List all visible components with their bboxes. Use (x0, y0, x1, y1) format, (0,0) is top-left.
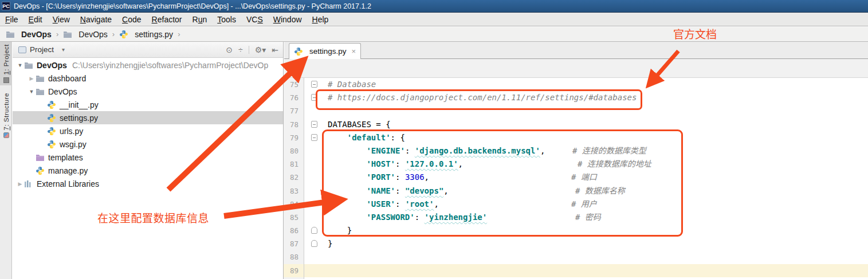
separator (249, 46, 249, 54)
code-text: } (328, 238, 332, 250)
hide-panel-icon[interactable]: ⇤ (272, 45, 278, 54)
code-comment: # Database (328, 80, 376, 89)
tree-item-external-libraries[interactable]: ▶External Libraries (13, 177, 284, 190)
tree-item-__init__-py[interactable]: __init__.py (13, 98, 284, 111)
title-bar[interactable]: PC DevOps - [C:\Users\yinzhengjie\softwa… (0, 0, 868, 13)
line-number: 88 (284, 250, 304, 264)
chevron-expanded-icon[interactable]: ▼ (16, 62, 24, 68)
project-panel-header: Project ▾ ⊙÷⚙▾⇤ (13, 42, 283, 58)
chevron-expanded-icon[interactable]: ▼ (28, 89, 36, 95)
menu-file[interactable]: File (0, 14, 23, 25)
chevron-down-icon[interactable]: ▾ (62, 46, 65, 53)
python-file-icon (47, 113, 57, 123)
menu-window[interactable]: Window (268, 14, 307, 25)
menu-refactor[interactable]: Refactor (147, 14, 187, 25)
code-text: # Database (328, 78, 376, 91)
collapse-all-icon[interactable]: ÷ (238, 45, 243, 54)
project-panel: Project ▾ ⊙÷⚙▾⇤ ▼DevOpsC:\Users\yinzheng… (13, 42, 284, 279)
line-number: 75 (284, 78, 304, 91)
annotation-label-official-doc: 官方文档 (673, 26, 717, 41)
folder-icon (24, 61, 34, 70)
tool-window-tab-project[interactable]: 1: Project (0, 42, 12, 85)
project-panel-title: Project (30, 45, 54, 54)
window-title: DevOps - [C:\Users\yinzhengjie\softwares… (14, 2, 371, 10)
line-number: 84 (284, 198, 304, 211)
line-number: 77 (284, 104, 304, 117)
python-file-icon (294, 47, 307, 56)
line-number: 82 (284, 171, 304, 184)
project-root-path: C:\Users\yinzhengjie\softwares\PycharmPr… (72, 61, 268, 70)
breadcrumb: DevOps›DevOps›settings.py› (0, 27, 868, 42)
tree-item-devops[interactable]: ▼DevOps (13, 85, 284, 98)
python-file-icon (36, 166, 45, 175)
tree-item-dashboard[interactable]: ▶dashboard (13, 72, 284, 85)
annotation-label-configure-db: 在这里配置数据库信息 (97, 210, 209, 225)
menu-run[interactable]: Run (187, 14, 213, 25)
tool-window-tab-structure[interactable]: 7: Structure (0, 91, 12, 140)
code-line-88[interactable]: 88 (284, 250, 868, 264)
line-number: 89 (284, 264, 304, 277)
app-icon: PC (2, 2, 10, 10)
annotation-box-doc-url (316, 89, 642, 110)
editor-tab-label: settings.py (309, 47, 347, 56)
tree-item-urls-py[interactable]: urls.py (13, 124, 284, 137)
locate-icon[interactable]: ⊙ (226, 45, 233, 54)
tree-item-manage-py[interactable]: manage.py (13, 164, 284, 177)
breadcrumb-item-devops[interactable]: DevOps (62, 30, 109, 39)
tool-window-bar: 1: Project7: Structure (0, 42, 12, 279)
settings-gear-icon[interactable]: ⚙▾ (255, 45, 266, 54)
folder-icon (36, 74, 45, 83)
code-line-87[interactable]: 87} (284, 237, 868, 250)
folder-icon (63, 30, 73, 39)
python-file-icon (47, 140, 57, 149)
menu-navigate[interactable]: Navigate (75, 14, 117, 25)
tree-item-devops[interactable]: ▼DevOpsC:\Users\yinzhengjie\softwares\Py… (13, 58, 284, 72)
line-number: 86 (284, 224, 304, 237)
code-text: DATABASES = { (328, 119, 391, 131)
project-view-icon (18, 46, 26, 53)
breadcrumb-item-settings-py[interactable]: settings.py (118, 30, 174, 39)
tree-item-label: manage.py (48, 166, 88, 175)
menu-edit[interactable]: Edit (23, 14, 48, 25)
editor-tab-settings-py[interactable]: settings.py × (289, 43, 361, 59)
tree-item-label: templates (48, 153, 83, 162)
folder-icon (6, 30, 15, 39)
line-number: 78 (284, 118, 304, 131)
breadcrumb-item-devops[interactable]: DevOps (5, 30, 53, 39)
line-number: 85 (284, 211, 304, 224)
annotation-box-db-config (322, 129, 683, 237)
fold-marker-start[interactable] (311, 134, 317, 141)
chevron-collapsed-icon[interactable]: ▶ (16, 181, 24, 187)
python-file-icon (47, 127, 57, 136)
folder-icon (36, 87, 45, 96)
fold-marker-end[interactable] (311, 240, 317, 247)
chevron-collapsed-icon[interactable]: ▶ (28, 76, 36, 81)
project-panel-actions: ⊙÷⚙▾⇤ (226, 42, 278, 58)
fold-marker-start[interactable] (311, 81, 317, 88)
tree-item-label: External Libraries (37, 179, 99, 188)
menu-tools[interactable]: Tools (212, 14, 241, 25)
menu-help[interactable]: Help (307, 14, 334, 25)
menu-bar: FileEditViewNavigateCodeRefactorRunTools… (0, 13, 868, 26)
code-line-89[interactable]: 89 (284, 264, 868, 277)
python-file-icon (119, 30, 129, 39)
close-icon[interactable]: × (352, 47, 356, 56)
tree-item-label: urls.py (60, 127, 83, 136)
breadcrumb-separator: › (56, 30, 58, 38)
tree-item-templates[interactable]: templates (13, 151, 284, 164)
code-token: } (328, 239, 332, 248)
line-number: 83 (284, 184, 304, 198)
code-token: DATABASES = { (328, 120, 391, 129)
menu-code[interactable]: Code (117, 14, 146, 25)
tree-item-label: DevOps (37, 61, 67, 70)
menu-vcs[interactable]: VCS (241, 14, 268, 25)
fold-marker-start[interactable] (311, 121, 317, 128)
tree-item-wsgi-py[interactable]: wsgi.py (13, 137, 284, 151)
tree-item-label: DevOps (48, 87, 77, 96)
tree-item-settings-py[interactable]: settings.py (13, 111, 284, 124)
line-number: 80 (284, 144, 304, 158)
templates-folder-icon (36, 153, 45, 162)
fold-marker-end[interactable] (311, 227, 317, 234)
menu-view[interactable]: View (48, 14, 75, 25)
breadcrumb-separator: › (112, 30, 115, 38)
